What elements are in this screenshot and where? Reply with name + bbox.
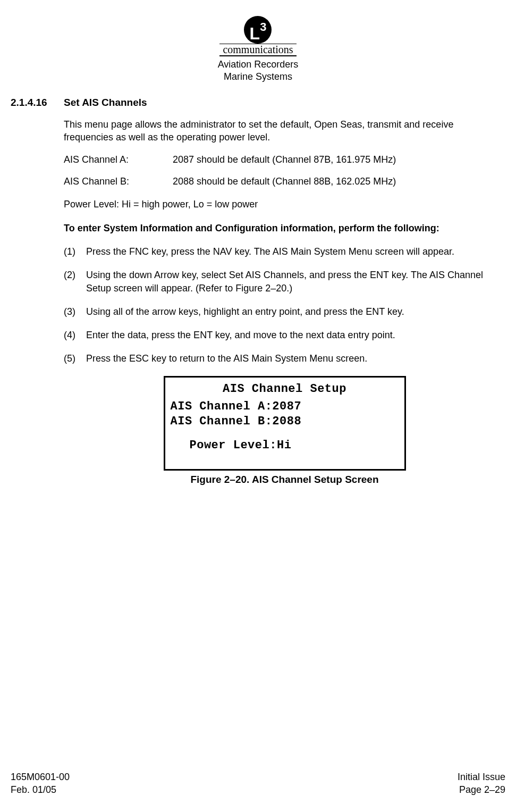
doc-number: 165M0601-00 <box>11 771 70 783</box>
screen-power-line: Power Level:Hi <box>190 438 399 453</box>
page-footer: 165M0601-00 Feb. 01/05 Initial Issue Pag… <box>11 771 505 796</box>
channel-b-value: 2088 should be default (Channel 88B, 162… <box>173 176 396 187</box>
screen-title: AIS Channel Setup <box>171 382 399 397</box>
footer-left: 165M0601-00 Feb. 01/05 <box>11 771 70 796</box>
header-subtitle: Aviation Recorders Marine Systems <box>11 58 505 83</box>
power-level-line: Power Level: Hi = high power, Lo = low p… <box>64 198 505 211</box>
instruction-heading: To enter System Information and Configur… <box>64 222 505 235</box>
channel-a-row: AIS Channel A: 2087 should be default (C… <box>64 154 505 165</box>
screen-line-b: AIS Channel B:2088 <box>171 414 399 429</box>
step-1: Press the FNC key, press the NAV key. Th… <box>64 245 505 258</box>
doc-date: Feb. 01/05 <box>11 784 70 796</box>
channel-a-value: 2087 should be default (Channel 87B, 161… <box>173 154 396 165</box>
logo-letter: L <box>250 24 260 43</box>
channel-b-row: AIS Channel B: 2088 should be default (C… <box>64 176 505 187</box>
step-2: Using the down Arrow key, select Set AIS… <box>64 269 505 295</box>
header-line-1: Aviation Recorders <box>11 58 505 71</box>
step-4: Enter the data, press the ENT key, and m… <box>64 329 505 341</box>
issue-label: Initial Issue <box>458 771 505 783</box>
figure-caption: Figure 2–20. AIS Channel Setup Screen <box>64 474 505 485</box>
logo-word: communications <box>219 44 296 56</box>
screen-line-a: AIS Channel A:2087 <box>171 399 399 414</box>
footer-right: Initial Issue Page 2–29 <box>458 771 505 796</box>
ais-channel-setup-screen: AIS Channel Setup AIS Channel A:2087 AIS… <box>164 376 406 471</box>
intro-paragraph: This menu page allows the administrator … <box>64 118 505 144</box>
section-heading: 2.1.4.16 Set AIS Channels <box>11 97 505 108</box>
channel-a-label: AIS Channel A: <box>64 154 170 165</box>
header-line-2: Marine Systems <box>11 71 505 83</box>
steps-list: Press the FNC key, press the NAV key. Th… <box>64 245 505 365</box>
step-3: Using all of the arrow keys, highlight a… <box>64 305 505 318</box>
channel-b-label: AIS Channel B: <box>64 176 170 187</box>
step-5: Press the ESC key to return to the AIS M… <box>64 352 505 365</box>
page-number: Page 2–29 <box>458 784 505 796</box>
section-body: This menu page allows the administrator … <box>64 118 505 485</box>
page-header: L3 communications Aviation Recorders Mar… <box>11 16 505 83</box>
logo-number: 3 <box>260 20 266 34</box>
l3-logo-icon: L3 <box>244 16 272 44</box>
brand-logo: L3 communications <box>219 16 296 56</box>
section-title: Set AIS Channels <box>64 97 147 108</box>
section-number: 2.1.4.16 <box>11 97 64 108</box>
